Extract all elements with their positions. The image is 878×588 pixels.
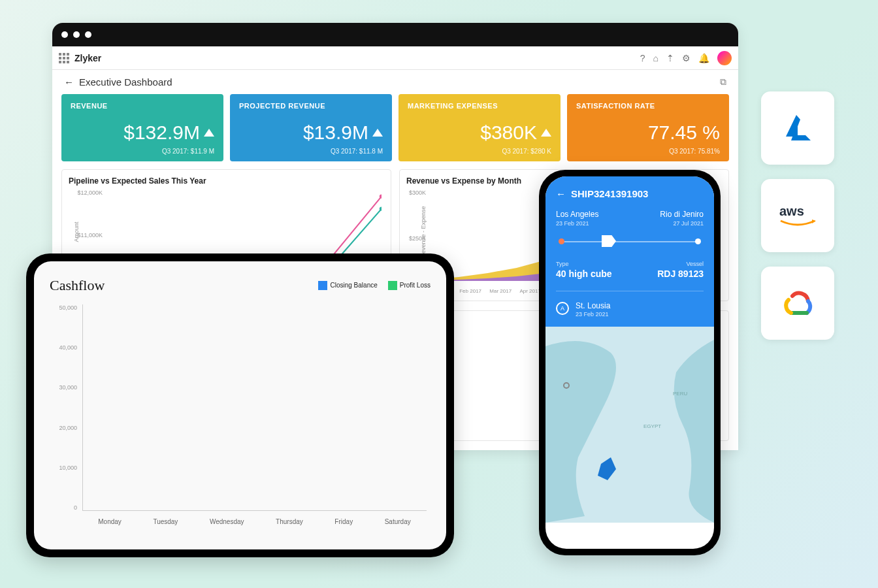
route-destination: Rio di Jeniro 27 Jul 2021 (660, 210, 704, 227)
kpi-value: $132.9M (123, 122, 200, 144)
bell-icon[interactable]: 🔔 (698, 53, 709, 63)
trend-up-icon (541, 129, 551, 137)
info-vessel: Vessel RDJ 89123 (657, 261, 704, 279)
y-axis-title: Revenue - Expense (420, 206, 427, 257)
kpi-sub: Q3 2017: 75.81% (576, 144, 720, 155)
kpi-revenue[interactable]: REVENUE $132.9M Q3 2017: $11.9 M (61, 94, 223, 161)
avatar[interactable] (717, 51, 732, 65)
kpi-sub: Q3 2017: $11.8 M (239, 144, 383, 155)
phone-screen: ← SHIP3241391903 Los Angeles 23 Feb 2021… (545, 176, 714, 549)
back-arrow-icon[interactable]: ← (556, 188, 566, 199)
route-dot-end (695, 238, 701, 244)
aws-icon: aws (775, 201, 820, 230)
app-bar-icons: ? ⌂ ⇡ ⚙ 🔔 (640, 51, 732, 65)
legend-item: Closing Balance (318, 281, 377, 290)
info-type: Type 40 high cube (556, 261, 612, 279)
kpi-label: PROJECTED REVENUE (239, 102, 383, 110)
legend-item: Profit Loss (388, 281, 431, 290)
window-dot[interactable] (73, 31, 80, 38)
map-label-egypt: EGYPT (643, 423, 661, 429)
kpi-marketing-expenses[interactable]: MARKETING EXPENSES $380K Q3 2017: $280 K (398, 94, 561, 161)
origin-date: 23 Feb 2021 (556, 220, 598, 227)
open-external-icon[interactable]: ⧉ (720, 76, 726, 88)
logo-aws[interactable]: aws (761, 179, 834, 252)
svg-text:aws: aws (779, 204, 804, 218)
kpi-label: MARKETING EXPENSES (408, 102, 551, 110)
logo-gcp[interactable] (761, 267, 834, 340)
dest-date: 27 Jul 2021 (660, 220, 704, 227)
kpi-row: REVENUE $132.9M Q3 2017: $11.9 M PROJECT… (52, 94, 738, 161)
x-label: Tuesday (153, 518, 178, 525)
dest-city: Rio di Jeniro (660, 210, 704, 219)
cashflow-title: Cashflow (50, 277, 105, 294)
info-value: RDJ 89123 (657, 269, 704, 279)
route-dot-start (559, 238, 564, 244)
window-dot[interactable] (85, 31, 91, 38)
app-bar: Zlyker ? ⌂ ⇡ ⚙ 🔔 (52, 46, 738, 70)
browser-titlebar (52, 23, 738, 46)
app-name: Zlyker (74, 53, 101, 63)
route-track (560, 241, 700, 242)
gear-icon[interactable]: ⚙ (682, 53, 691, 63)
apps-grid-icon[interactable] (59, 53, 69, 63)
ship-icon (602, 235, 616, 247)
gcp-icon (779, 288, 816, 318)
tablet-device: Cashflow Closing Balance Profit Loss 0 1… (26, 253, 454, 557)
x-label: Friday (334, 518, 353, 525)
cashflow-chart: 0 10,000 20,000 30,000 40,000 50,000 Mon… (50, 301, 431, 529)
kpi-label: SATISFACTION RATE (576, 102, 720, 110)
info-label: Type (556, 261, 612, 267)
cashflow-plot (82, 304, 427, 511)
cashflow-header: Cashflow Closing Balance Profit Loss (50, 277, 431, 294)
kpi-value: $380K (480, 122, 537, 144)
legend-swatch-green (388, 281, 397, 290)
route-origin: Los Angeles 23 Feb 2021 (556, 210, 598, 227)
x-label: Monday (98, 518, 122, 525)
info-label: Vessel (657, 261, 704, 267)
trend-up-icon (204, 129, 214, 137)
legend-swatch-blue (318, 281, 327, 290)
logo-azure[interactable] (761, 91, 834, 165)
window-dot[interactable] (61, 31, 68, 38)
map-label-peru: PERU (673, 391, 687, 397)
shipment-title-row: ← SHIP3241391903 (556, 188, 704, 199)
x-label: Wednesday (210, 518, 244, 525)
panel-title: Pipeline vs Expected Sales This Year (69, 176, 384, 186)
x-label: Thursday (276, 518, 303, 525)
origin-city: Los Angeles (556, 210, 598, 219)
page-title: Executive Dashboard (79, 76, 172, 88)
cloud-logos: aws (761, 91, 834, 340)
kpi-label: REVENUE (71, 102, 214, 110)
kpi-sub: Q3 2017: $11.9 M (71, 144, 214, 155)
help-icon[interactable]: ? (640, 53, 645, 63)
cashflow-x-labels: MondayTuesdayWednesdayThursdayFridaySatu… (82, 518, 427, 525)
chart-icon[interactable]: ⇡ (666, 53, 674, 63)
home-icon[interactable]: ⌂ (653, 53, 658, 63)
ship-info: Type 40 high cube Vessel RDJ 89123 (556, 261, 704, 279)
trend-up-icon (372, 129, 383, 137)
info-value: 40 high cube (556, 269, 612, 279)
waypoint-badge: A (556, 302, 569, 315)
shipment-id: SHIP3241391903 (571, 188, 648, 199)
kpi-satisfaction-rate[interactable]: SATISFACTION RATE 77.45 % Q3 2017: 75.81… (567, 94, 729, 161)
page-header: ← Executive Dashboard ⧉ (52, 70, 738, 94)
back-arrow-icon[interactable]: ← (64, 76, 74, 88)
azure-icon (778, 112, 817, 144)
cashflow-legend: Closing Balance Profit Loss (318, 281, 431, 290)
waypoint[interactable]: A St. Lousia 23 Feb 2021 (556, 291, 704, 318)
route-progress (556, 233, 704, 250)
kpi-projected-revenue[interactable]: PROJECTED REVENUE $13.9M Q3 2017: $11.8 … (230, 94, 392, 161)
x-label: Saturday (385, 518, 411, 525)
kpi-sub: Q3 2017: $280 K (408, 144, 551, 155)
waypoint-date: 23 Feb 2021 (576, 311, 610, 318)
shipment-map[interactable]: PERU EGYPT (545, 327, 714, 523)
tablet-screen: Cashflow Closing Balance Profit Loss 0 1… (34, 261, 446, 549)
cashflow-y-ticks: 0 10,000 20,000 30,000 40,000 50,000 (50, 304, 80, 511)
route-row: Los Angeles 23 Feb 2021 Rio di Jeniro 27… (556, 210, 704, 227)
kpi-value: $13.9M (303, 122, 368, 144)
shipment-card: ← SHIP3241391903 Los Angeles 23 Feb 2021… (545, 176, 714, 327)
waypoint-name: St. Lousia (576, 301, 610, 310)
kpi-value: 77.45 % (648, 122, 720, 144)
phone-device: ← SHIP3241391903 Los Angeles 23 Feb 2021… (539, 170, 721, 555)
